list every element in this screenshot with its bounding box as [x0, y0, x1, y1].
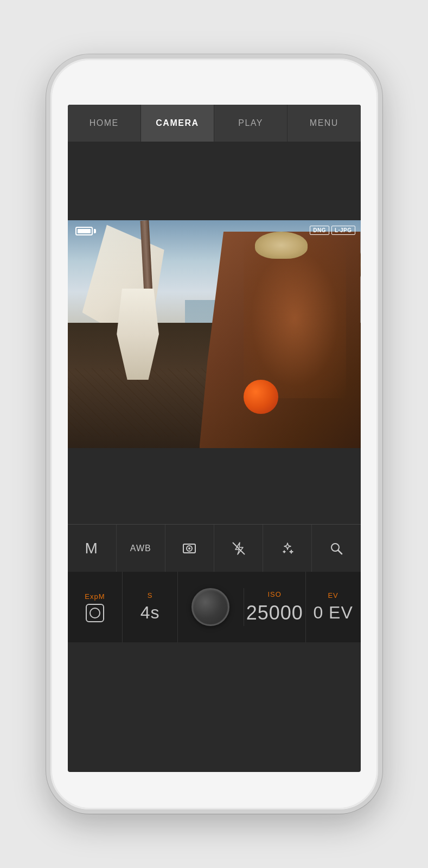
battery-indicator [75, 227, 96, 235]
exposure-label: ExpM [85, 592, 105, 601]
shutter-label: S [148, 591, 153, 599]
battery-body [75, 227, 93, 235]
svg-point-2 [188, 547, 190, 550]
iso-label: ISO [267, 590, 281, 598]
phone-screen: HOME CAMERA PLAY MENU DNG L·JPG [68, 105, 361, 772]
iso-section[interactable]: ISO 25000 [244, 572, 306, 642]
shutter-value: 4s [140, 603, 160, 623]
svg-line-5 [338, 550, 342, 554]
exposure-section[interactable]: ExpM [68, 572, 123, 642]
controls-bar: M AWB [68, 524, 361, 572]
phone-shell: HOME CAMERA PLAY MENU DNG L·JPG [46, 54, 382, 814]
battery-fill [78, 229, 91, 233]
top-area [68, 142, 361, 220]
metering-icon [182, 541, 197, 556]
ev-label: EV [328, 591, 338, 599]
format-badges: DNG L·JPG [310, 226, 355, 235]
effect-icon [280, 541, 295, 556]
nav-bar: HOME CAMERA PLAY MENU [68, 105, 361, 142]
tab-home[interactable]: HOME [68, 105, 141, 142]
tab-play[interactable]: PLAY [214, 105, 288, 142]
format-dng: DNG [310, 226, 329, 235]
buoy [244, 380, 279, 414]
shutter-button[interactable] [191, 588, 229, 626]
bottom-dark-area [68, 448, 361, 524]
mode-label: M [85, 540, 98, 557]
figure-highlight [244, 239, 346, 398]
effect-button[interactable] [263, 525, 312, 572]
flash-button[interactable] [214, 525, 263, 572]
exposure-icon [86, 604, 104, 622]
metering-button[interactable] [165, 525, 214, 572]
tab-menu[interactable]: MENU [288, 105, 360, 142]
info-bar: ExpM S 4s ISO 25000 EV 0 EV [68, 572, 361, 642]
mode-button[interactable]: M [68, 525, 117, 572]
photo-scene [68, 220, 361, 448]
shutter-section[interactable]: S 4s [123, 572, 178, 642]
wb-button[interactable]: AWB [117, 525, 165, 572]
viewfinder: DNG L·JPG [68, 220, 361, 448]
ev-value: 0 EV [313, 603, 353, 623]
tab-camera[interactable]: CAMERA [141, 105, 214, 142]
figure-hat [255, 232, 308, 259]
ev-section[interactable]: EV 0 EV [306, 572, 361, 642]
iso-value: 25000 [246, 602, 303, 624]
battery-tip [94, 229, 96, 233]
search-button[interactable] [312, 525, 360, 572]
wb-label: AWB [130, 544, 151, 553]
format-jpg: L·JPG [331, 226, 355, 235]
shutter-button-section [178, 588, 244, 626]
search-icon [329, 541, 344, 556]
flash-icon [231, 541, 246, 556]
